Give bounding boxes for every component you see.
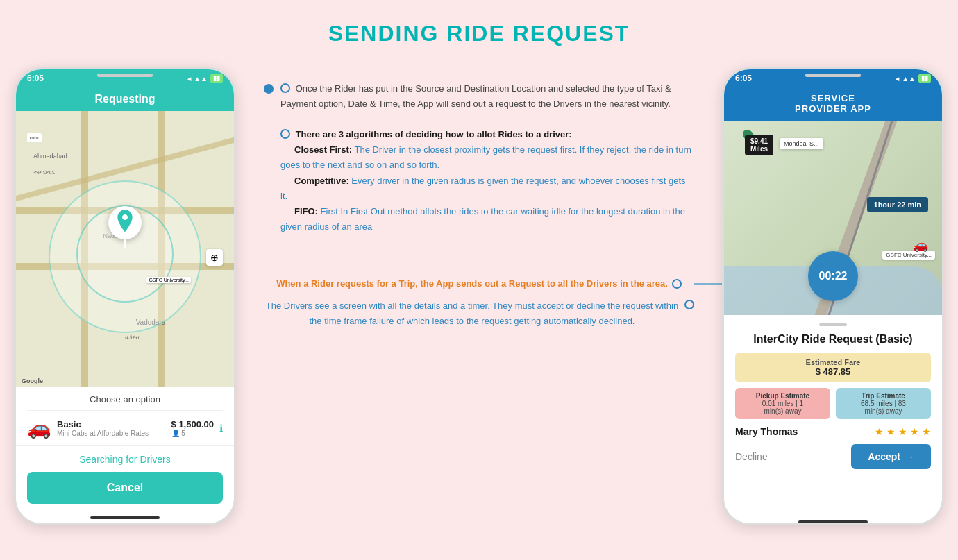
bottom-text1: When a Rider requests for a Trip, the Ap… — [276, 276, 668, 291]
right-bottom: InterCity Ride Request (Basic) Estimated… — [724, 315, 942, 516]
estimates-row: Pickup Estimate 0.01 miles | 1 min(s) aw… — [735, 388, 931, 419]
red-car-icon: 🚗 — [913, 237, 928, 253]
fare-box: Estimated Fare $ 487.85 — [735, 353, 931, 382]
right-time: 6:05 — [735, 74, 752, 83]
cancel-button[interactable]: Cancel — [27, 472, 223, 504]
searching-section: Searching for Drivers Cancel — [16, 445, 234, 512]
trip-value2: min(s) away — [843, 407, 924, 415]
right-phone-notch — [805, 74, 861, 77]
page-title: SENDING RIDE REQUEST — [328, 21, 630, 46]
check-icon-bottom2 — [684, 300, 694, 309]
wifi-icon: ▲▲ — [194, 75, 208, 83]
gps-icon[interactable]: ⊕ — [206, 249, 223, 266]
left-phone-mockup: 6:05 ◂ ▲▲ ▮▮ Requesting Ahmedabad અમદાવા… — [14, 67, 236, 525]
choose-option-label: Choose an option — [27, 394, 223, 405]
trip-value1: 68.5 miles | 83 — [843, 400, 924, 407]
city-label-vadodara-guj: વડોદરા — [125, 334, 140, 341]
fare-label: Estimated Fare — [743, 358, 923, 366]
ride-option-row[interactable]: 🚗 Basic Mini Cabs at Affordable Rates $ … — [27, 410, 223, 445]
right-location-icon: ◂ — [896, 75, 899, 83]
annotation-dot-top — [264, 84, 274, 94]
right-wifi-icon: ▲▲ — [902, 75, 916, 83]
driver-stars: ★ ★ ★ ★ ★ — [875, 426, 931, 437]
annotation-top-block: Once the Rider has put in the Source and… — [264, 81, 694, 235]
ride-subtitle: Mini Cabs at Affordable Rates — [57, 430, 166, 437]
trip-label: Trip Estimate — [843, 392, 924, 400]
ride-price-area: $ 1,500.00 👤 5 — [171, 419, 214, 437]
ride-options-section: Choose an option 🚗 Basic Mini Cabs at Af… — [16, 387, 234, 445]
map-pin — [108, 206, 142, 248]
left-home-indicator — [90, 516, 160, 519]
accept-button[interactable]: Accept → — [851, 444, 931, 469]
pickup-label: Pickup Estimate — [742, 392, 823, 400]
ride-seats: 👤 5 — [171, 430, 214, 437]
annotation-bottom-block: When a Rider requests for a Trip, the Ap… — [264, 276, 694, 329]
center-annotations: Once the Rider has put in the Source and… — [236, 67, 722, 343]
city-label-ahmedabad-guj: અમદાવાદ — [33, 169, 55, 176]
service-header: SERVICE PROVIDER APP — [724, 87, 942, 121]
ride-info: Basic Mini Cabs at Affordable Rates — [57, 419, 166, 437]
annotation-top-text: Once the Rider has put in the Source and… — [280, 81, 694, 235]
left-time: 6:05 — [27, 74, 44, 83]
pickup-value2: min(s) away — [742, 407, 823, 415]
pickup-estimate: Pickup Estimate 0.01 miles | 1 min(s) aw… — [735, 388, 830, 419]
timer-circle: 00:22 — [808, 251, 858, 301]
driver-row: Mary Thomas ★ ★ ★ ★ ★ — [735, 426, 931, 437]
trip-estimate: Trip Estimate 68.5 miles | 83 min(s) awa… — [836, 388, 931, 419]
left-header: Requesting — [16, 87, 234, 111]
right-home-indicator — [798, 520, 868, 523]
fare-amount: $ 487.85 — [743, 366, 923, 377]
check-icon-top — [280, 83, 290, 93]
gsfc-mini-label: GSFC University... — [146, 277, 190, 283]
action-row: Decline Accept → — [735, 444, 931, 469]
check-icon-top2 — [280, 129, 290, 139]
driver-name: Mary Thomas — [735, 426, 798, 437]
ride-price: $ 1,500.00 — [171, 419, 214, 430]
city-label-ahmedabad: Ahmedabad — [33, 153, 67, 160]
right-map: $9.41Miles Mondeal S... 1hour 22 min GSF… — [724, 121, 942, 315]
decline-button[interactable]: Decline — [735, 451, 768, 462]
car-icon: 🚗 — [27, 416, 51, 439]
info-icon[interactable]: ℹ — [219, 423, 223, 434]
price-badge: $9.41Miles — [745, 135, 773, 155]
right-phone-mockup: 6:05 ◂ ▲▲ ▮▮ SERVICE PROVIDER APP $9.41M… — [722, 67, 944, 525]
searching-text: Searching for Drivers — [27, 454, 223, 465]
left-status-bar: 6:05 ◂ ▲▲ ▮▮ — [16, 69, 234, 87]
bottom-text2: The Drivers see a screen with all the de… — [264, 298, 680, 329]
slide-handle — [819, 323, 847, 326]
location-icon: ◂ — [187, 75, 191, 83]
google-watermark: Google — [22, 377, 43, 384]
request-title: InterCity Ride Request (Basic) — [735, 333, 931, 346]
ride-name: Basic — [57, 419, 166, 430]
time-badge: 1hour 22 min — [867, 197, 928, 212]
pickup-value1: 0.01 miles | 1 — [742, 400, 823, 407]
right-status-bar: 6:05 ◂ ▲▲ ▮▮ — [724, 69, 942, 87]
arrow-icon: → — [905, 451, 914, 462]
left-phone-notch — [97, 74, 153, 77]
location-badge: Mondeal S... — [780, 138, 823, 149]
right-battery-icon: ▮▮ — [918, 74, 931, 83]
check-icon-bottom1 — [672, 279, 682, 289]
battery-icon: ▮▮ — [210, 74, 223, 83]
left-map: Ahmedabad અમદાવાદ Nadiad Vadodara વડોદરા… — [16, 111, 234, 387]
